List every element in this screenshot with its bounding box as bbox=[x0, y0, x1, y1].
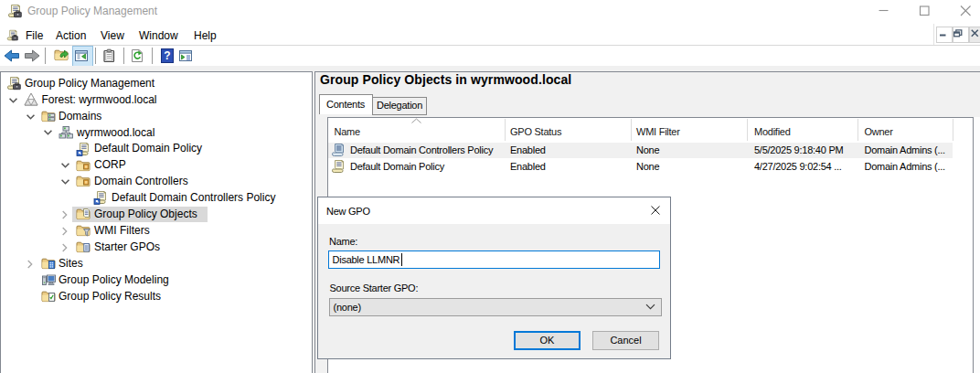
svg-text:?: ? bbox=[164, 49, 170, 62]
